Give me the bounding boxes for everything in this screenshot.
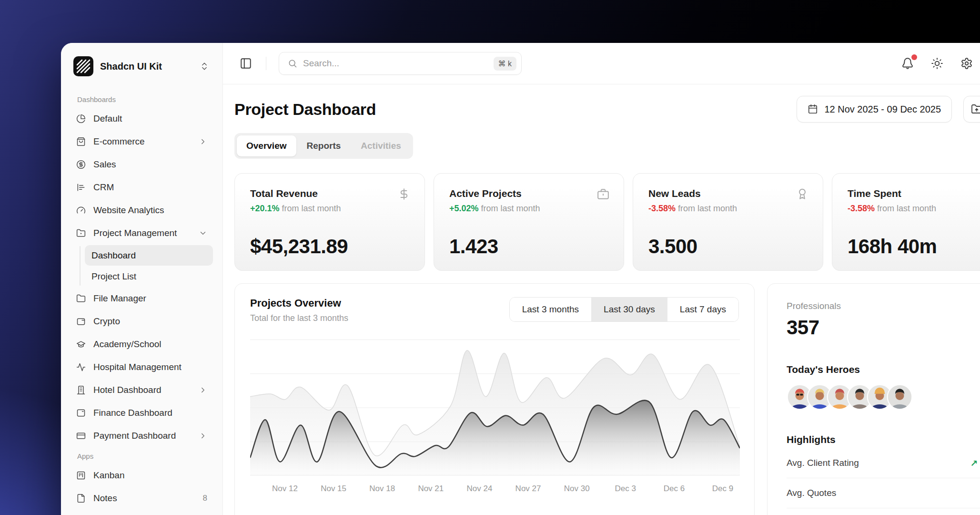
settings-button[interactable] bbox=[960, 57, 973, 70]
workspace-switcher[interactable]: Shadcn UI Kit bbox=[71, 54, 213, 78]
tab-overview[interactable]: Overview bbox=[237, 135, 296, 156]
highlight-value: ↗7. bbox=[970, 458, 980, 469]
chevron-right-icon bbox=[199, 137, 207, 146]
brand-logo-icon bbox=[73, 56, 93, 76]
sidebar-item-label: Sales bbox=[93, 159, 207, 170]
sidebar-item-label: Finance Dashboard bbox=[93, 408, 207, 418]
search-input[interactable]: Search... ⌘ k bbox=[279, 52, 522, 75]
stat-card-delta: +5.02% from last month bbox=[449, 204, 608, 214]
sidebar-item-kanban[interactable]: Kanban bbox=[71, 464, 213, 487]
activity-icon bbox=[76, 362, 86, 372]
sidebar-subitem-dashboard[interactable]: Dashboard bbox=[85, 245, 213, 266]
building-icon bbox=[76, 385, 86, 395]
professionals-card: Professionals 357 Today's Heroes Highlig… bbox=[767, 283, 980, 515]
tab-reports[interactable]: Reports bbox=[297, 135, 351, 156]
sidebar: Shadcn UI Kit DashboardsDefaultE-commerc… bbox=[61, 43, 223, 515]
hero-avatar-6[interactable] bbox=[887, 384, 913, 410]
theme-toggle-button[interactable] bbox=[931, 57, 943, 70]
stat-card-time-spent: Time Spent-3.58% from last month168h 40m bbox=[832, 173, 980, 271]
dollar-icon bbox=[398, 188, 410, 200]
sidebar-item-badge: 8 bbox=[203, 494, 207, 503]
stat-card-delta-value: -3.58% bbox=[648, 204, 676, 213]
x-axis-label: Dec 9 bbox=[712, 484, 733, 494]
search-shortcut-badge: ⌘ k bbox=[494, 57, 516, 71]
wallet-icon bbox=[76, 317, 86, 326]
sidebar-item-crm[interactable]: CRM bbox=[71, 176, 213, 199]
sidebar-item-project-management[interactable]: Project Management bbox=[71, 222, 213, 245]
sidebar-subitem-project-list[interactable]: Project List bbox=[85, 266, 213, 287]
gear-icon bbox=[960, 57, 973, 70]
sidebar-item-hospital-management[interactable]: Hospital Management bbox=[71, 356, 213, 379]
highlights-list: Avg. Client Rating↗7.Avg. Quotes↘Avg. Ag… bbox=[787, 448, 980, 515]
x-axis-label: Nov 24 bbox=[467, 484, 493, 494]
sidebar-item-e-commerce[interactable]: E-commerce bbox=[71, 130, 213, 153]
x-axis-label: Dec 6 bbox=[664, 484, 685, 494]
sidebar-section-label: Apps bbox=[71, 447, 213, 464]
sidebar-nav: DashboardsDefaultE-commerceSalesCRMWebsi… bbox=[71, 91, 213, 510]
chart-bars-icon bbox=[76, 183, 86, 192]
export-button[interactable] bbox=[963, 96, 980, 123]
app-window: Shadcn UI Kit DashboardsDefaultE-commerc… bbox=[61, 43, 980, 515]
kanban-icon bbox=[76, 471, 86, 480]
award-icon bbox=[796, 188, 808, 200]
x-axis-label: Nov 30 bbox=[564, 484, 590, 494]
stat-cards-row: Total Revenue+20.1% from last month$45,2… bbox=[234, 173, 980, 271]
stat-card-title: Total Revenue bbox=[250, 188, 409, 199]
sidebar-item-payment-dashboard[interactable]: Payment Dashboard bbox=[71, 424, 213, 447]
sidebar-item-file-manager[interactable]: File Manager bbox=[71, 287, 213, 310]
topbar-divider bbox=[266, 57, 266, 70]
chevrons-up-down-icon bbox=[200, 62, 209, 71]
x-axis-label: Nov 21 bbox=[418, 484, 444, 494]
briefcase-icon bbox=[597, 188, 609, 200]
highlight-label: Avg. Client Rating bbox=[787, 458, 859, 468]
highlight-row-avg-quotes: Avg. Quotes↘ bbox=[787, 478, 980, 508]
search-placeholder: Search... bbox=[303, 58, 488, 69]
sidebar-item-label: File Manager bbox=[93, 293, 207, 304]
folder-icon bbox=[76, 294, 86, 303]
date-range-button[interactable]: 12 Nov 2025 - 09 Dec 2025 bbox=[797, 96, 952, 123]
heroes-avatars bbox=[787, 384, 980, 410]
sidebar-section-label: Dashboards bbox=[71, 91, 213, 107]
stat-card-value: 1.423 bbox=[449, 235, 498, 258]
shopping-bag-icon bbox=[76, 137, 86, 146]
sidebar-toggle-button[interactable] bbox=[236, 54, 255, 73]
main-area: Search... ⌘ k bbox=[223, 43, 980, 515]
sidebar-subgroup: DashboardProject List bbox=[80, 245, 213, 287]
stat-card-total-revenue: Total Revenue+20.1% from last month$45,2… bbox=[234, 173, 425, 271]
area-chart bbox=[250, 340, 740, 475]
range-button-last-3-months[interactable]: Last 3 months bbox=[510, 298, 591, 321]
credit-card-icon bbox=[76, 431, 86, 441]
sidebar-item-finance-dashboard[interactable]: Finance Dashboard bbox=[71, 402, 213, 424]
stat-card-value: $45,231.89 bbox=[250, 235, 348, 258]
stat-card-title: Time Spent bbox=[848, 188, 980, 199]
sidebar-item-academy-school[interactable]: Academy/School bbox=[71, 333, 213, 356]
range-button-group: Last 3 monthsLast 30 daysLast 7 days bbox=[509, 297, 739, 322]
trend-up-icon: ↗ bbox=[970, 458, 978, 469]
sidebar-item-crypto[interactable]: Crypto bbox=[71, 310, 213, 333]
note-panel-icon bbox=[76, 408, 86, 418]
sidebar-item-hotel-dashboard[interactable]: Hotel Dashboard bbox=[71, 379, 213, 402]
notifications-button[interactable] bbox=[901, 57, 914, 70]
topbar: Search... ⌘ k bbox=[223, 43, 980, 84]
pie-chart-icon bbox=[76, 114, 86, 124]
sidebar-item-label: Hotel Dashboard bbox=[93, 385, 191, 395]
stat-card-title: Active Projects bbox=[449, 188, 608, 199]
range-button-last-30-days[interactable]: Last 30 days bbox=[591, 298, 667, 321]
x-axis-label: Dec 3 bbox=[615, 484, 636, 494]
sidebar-item-label: E-commerce bbox=[93, 136, 191, 147]
sidebar-item-label: Payment Dashboard bbox=[93, 431, 191, 441]
stat-card-delta-value: +5.02% bbox=[449, 204, 479, 213]
notes-icon bbox=[76, 494, 86, 503]
sidebar-item-label: CRM bbox=[93, 182, 207, 193]
panel-left-icon bbox=[240, 57, 252, 70]
stat-card-active-projects: Active Projects+5.02% from last month1.4… bbox=[434, 173, 624, 271]
sidebar-item-default[interactable]: Default bbox=[71, 107, 213, 130]
range-button-last-7-days[interactable]: Last 7 days bbox=[667, 298, 738, 321]
sidebar-item-notes[interactable]: Notes8 bbox=[71, 487, 213, 510]
stat-card-delta-value: -3.58% bbox=[848, 204, 875, 213]
notification-dot bbox=[911, 54, 917, 60]
sidebar-item-sales[interactable]: Sales bbox=[71, 153, 213, 176]
sidebar-item-website-analytics[interactable]: Website Analytics bbox=[71, 199, 213, 222]
stat-card-title: New Leads bbox=[648, 188, 808, 199]
sidebar-item-label: Hospital Management bbox=[93, 362, 207, 372]
